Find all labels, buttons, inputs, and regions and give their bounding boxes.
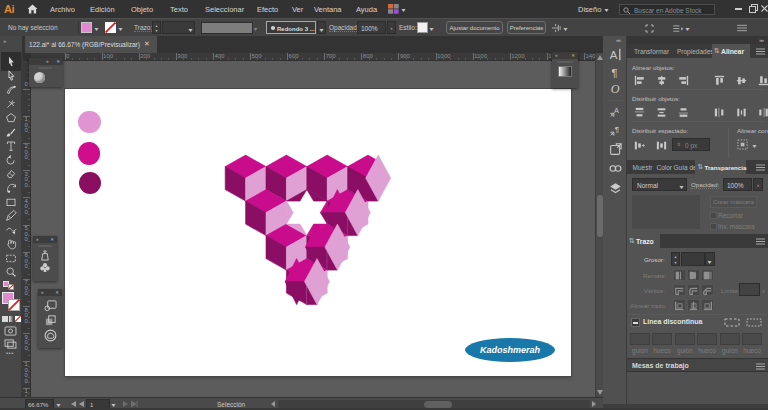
svg-text:O: O (610, 82, 619, 95)
svg-text:A: A (609, 48, 617, 60)
svg-text:A: A (613, 106, 618, 115)
svg-text:¶: ¶ (611, 66, 617, 78)
svg-text:¶: ¶ (614, 125, 619, 134)
